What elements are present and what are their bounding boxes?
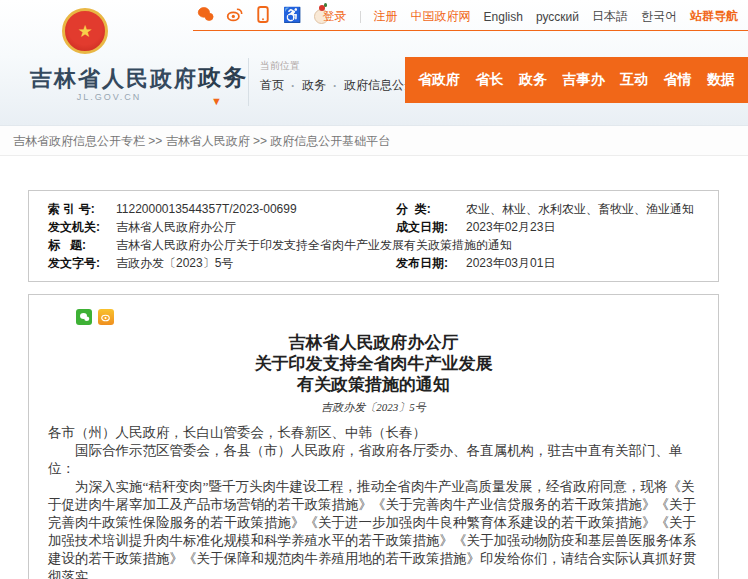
nav-item-jishiban[interactable]: 吉事办 bbox=[563, 71, 605, 89]
chevron-down-icon[interactable]: ▼ bbox=[211, 95, 222, 107]
body-paragraph: 为深入实施“秸秆变肉”暨千万头肉牛建设工程，推动全省肉牛产业高质量发展，经省政府… bbox=[48, 478, 699, 579]
document-meta-table: 索 引 号: 1122000013544357T/2023-00699 分 类:… bbox=[28, 190, 719, 282]
register-link[interactable]: 注册 bbox=[374, 8, 398, 25]
weibo-icon[interactable] bbox=[225, 5, 243, 23]
index-number-label: 索 引 号: bbox=[29, 200, 116, 218]
share-wechat-icon[interactable] bbox=[76, 309, 92, 325]
divider bbox=[248, 58, 249, 106]
wechat-icon[interactable] bbox=[196, 5, 214, 23]
topbar-links: 登录 注册 中国政府网 English русский 日本語 한국어 站群导航 bbox=[323, 8, 738, 25]
site-title[interactable]: 吉林省人民政府 bbox=[30, 64, 198, 94]
section-zhengwu[interactable]: 政务 bbox=[198, 62, 248, 93]
document-title-line: 吉林省人民政府办公厅 bbox=[48, 332, 699, 353]
path-breadcrumb-bar[interactable]: 吉林省政府信息公开专栏 >> 吉林省人民政府 >> 政府信息公开基础平台 bbox=[0, 125, 748, 156]
accessibility-icon[interactable]: ♿ bbox=[283, 5, 301, 23]
publish-date-label: 发布日期: bbox=[396, 254, 466, 272]
topbar-underline bbox=[193, 30, 748, 31]
title-label: 标 题: bbox=[29, 236, 116, 254]
breadcrumb: 首页 · 政务 · 政府信息公开 bbox=[260, 77, 416, 94]
title-value: 吉林省人民政府办公厅关于印发支持全省肉牛产业发展有关政策措施的通知 bbox=[116, 236, 718, 254]
issuing-org-label: 发文机关: bbox=[29, 218, 116, 236]
nav-item-governor[interactable]: 省长 bbox=[476, 71, 504, 89]
gov-cn-link[interactable]: 中国政府网 bbox=[411, 8, 471, 25]
table-row: 索 引 号: 1122000013544357T/2023-00699 分 类:… bbox=[29, 200, 718, 218]
breadcrumb-home[interactable]: 首页 bbox=[260, 77, 284, 94]
mobile-icon[interactable] bbox=[254, 5, 272, 23]
current-location-label: 当前位置 bbox=[260, 59, 300, 73]
document-number: 吉政办发〔2023〕5号 bbox=[48, 400, 699, 415]
main-nav: 省政府 省长 政务 吉事办 互动 省情 数据 bbox=[405, 57, 748, 103]
breadcrumb-separator: · bbox=[333, 79, 337, 93]
table-row: 发文字号: 吉政办发〔2023〕5号 发布日期: 2023年03月01日 bbox=[29, 254, 718, 272]
doc-number-label: 发文字号: bbox=[29, 254, 116, 272]
lang-english-link[interactable]: English bbox=[484, 10, 523, 24]
login-link[interactable]: 登录 bbox=[323, 8, 347, 25]
divider bbox=[360, 11, 361, 23]
site-domain: JL.GOV.CN bbox=[30, 92, 188, 102]
document-title: 吉林省人民政府办公厅 关于印发支持全省肉牛产业发展 有关政策措施的通知 bbox=[48, 332, 699, 395]
doc-number-value: 吉政办发〔2023〕5号 bbox=[116, 254, 396, 272]
site-header: ♿ 登录 注册 中国政府网 English русский 日本語 한국어 站群… bbox=[0, 0, 748, 125]
table-row: 发文机关: 吉林省人民政府办公厅 成文日期: 2023年02月23日 bbox=[29, 218, 718, 236]
nav-item-province-info[interactable]: 省情 bbox=[664, 71, 692, 89]
document-title-line: 有关政策措施的通知 bbox=[48, 374, 699, 395]
nav-item-provincial-gov[interactable]: 省政府 bbox=[418, 71, 460, 89]
lang-korean-link[interactable]: 한국어 bbox=[641, 8, 677, 25]
site-group-nav-link[interactable]: 站群导航 bbox=[690, 8, 738, 25]
lang-russian-link[interactable]: русский bbox=[536, 10, 579, 24]
document-body: 各市（州）人民政府，长白山管委会，长春新区、中韩（长春） 国际合作示范区管委会，… bbox=[48, 424, 699, 579]
category-label: 分 类: bbox=[396, 200, 466, 218]
written-date-value: 2023年02月23日 bbox=[466, 218, 718, 236]
lang-japanese-link[interactable]: 日本語 bbox=[592, 8, 628, 25]
category-value: 农业、林业、水利农业、畜牧业、渔业通知 bbox=[466, 200, 718, 218]
share-icons bbox=[76, 309, 699, 325]
table-row: 标 题: 吉林省人民政府办公厅关于印发支持全省肉牛产业发展有关政策措施的通知 bbox=[29, 236, 718, 254]
emblem-star-icon: ★ bbox=[77, 23, 92, 40]
share-weibo-icon[interactable] bbox=[98, 309, 114, 325]
issuing-org-value: 吉林省人民政府办公厅 bbox=[116, 218, 396, 236]
nav-item-data[interactable]: 数据 bbox=[707, 71, 735, 89]
topbar-social-icons: ♿ bbox=[196, 5, 330, 23]
national-emblem-logo[interactable]: ★ bbox=[62, 8, 108, 54]
publish-date-value: 2023年03月01日 bbox=[466, 254, 718, 272]
breadcrumb-separator: · bbox=[291, 79, 295, 93]
nav-item-zhengwu[interactable]: 政务 bbox=[519, 71, 547, 89]
salutation-line: 各市（州）人民政府，长白山管委会，长春新区、中韩（长春） bbox=[48, 424, 699, 442]
document-content: 吉林省人民政府办公厅 关于印发支持全省肉牛产业发展 有关政策措施的通知 吉政办发… bbox=[28, 294, 719, 579]
document-title-line: 关于印发支持全省肉牛产业发展 bbox=[48, 353, 699, 374]
breadcrumb-zhengwu[interactable]: 政务 bbox=[302, 77, 326, 94]
nav-item-interaction[interactable]: 互动 bbox=[620, 71, 648, 89]
written-date-label: 成文日期: bbox=[396, 218, 466, 236]
salutation-line: 国际合作示范区管委会，各县（市）人民政府，省政府各厅委办、各直属机构，驻吉中直有… bbox=[48, 442, 699, 478]
index-number-value: 1122000013544357T/2023-00699 bbox=[116, 200, 396, 218]
